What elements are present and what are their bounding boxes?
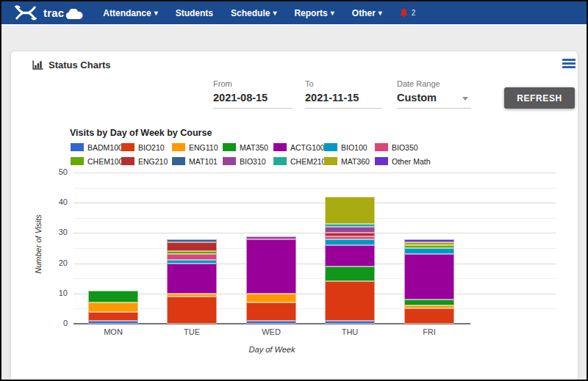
bar-segment-thu-actg100[interactable]: [325, 245, 375, 266]
bar-segment-fri-mat350[interactable]: [404, 300, 454, 305]
legend-label: BIO310: [240, 157, 266, 166]
nav-item-label: Attendance: [103, 8, 151, 18]
bar-segment-fri-chem100[interactable]: [404, 245, 454, 248]
nav-item-reports[interactable]: Reports▾: [285, 1, 343, 24]
bar-segment-tue-actg100[interactable]: [167, 264, 217, 294]
bar-segment-tue-eng210[interactable]: [167, 242, 217, 251]
to-date-input[interactable]: To 2021-11-15: [305, 79, 381, 109]
top-navbar: trac Attendance▾StudentsSchedule▾Reports…: [1, 1, 587, 26]
legend-swatch: [375, 157, 388, 165]
bar-segment-thu-bio350[interactable]: [325, 236, 375, 239]
gridline: [74, 294, 556, 294]
chart-legend: BADM100BIO210ENG110MAT350ACTG100BIO100BI…: [71, 140, 426, 168]
legend-label: CHEM210: [290, 157, 326, 166]
caret-down-icon: ▾: [379, 9, 382, 17]
cloud-icon: [65, 9, 84, 20]
bar-tue[interactable]: [167, 239, 217, 324]
legend-swatch: [273, 157, 287, 165]
bar-segment-mon-eng110[interactable]: [88, 302, 138, 312]
nav-item-label: Schedule: [231, 8, 270, 18]
legend-label: BIO350: [392, 143, 418, 152]
bar-segment-tue-bio100[interactable]: [167, 260, 217, 264]
legend-item-eng110: ENG110: [172, 140, 223, 154]
nav-item-attendance[interactable]: Attendance▾: [94, 1, 166, 24]
legend-swatch: [223, 143, 236, 151]
bar-segment-thu-badm100[interactable]: [325, 321, 375, 324]
plot-area: 01020304050MONTUEWEDTHUFRI: [74, 173, 556, 324]
x-tick-label: WED: [242, 327, 301, 336]
bar-fri[interactable]: [404, 239, 454, 324]
bar-segment-wed-eng110[interactable]: [246, 294, 296, 302]
bar-segment-mon-mat350[interactable]: [88, 291, 138, 302]
bar-segment-thu-bio310[interactable]: [325, 227, 375, 233]
notification-count: 2: [412, 9, 416, 17]
bar-segment-fri-other-math[interactable]: [404, 239, 454, 242]
y-tick-label: 50: [40, 167, 68, 176]
bar-segment-wed-actg100[interactable]: [246, 239, 296, 294]
legend-swatch: [324, 157, 337, 165]
gridline: [74, 248, 556, 249]
legend-item-mat101: MAT101: [172, 154, 223, 168]
x-tick-label: FRI: [400, 327, 459, 336]
from-date-input[interactable]: From 2021-08-15: [213, 79, 292, 109]
bar-segment-tue-bio210[interactable]: [167, 297, 217, 324]
bar-segment-wed-bio210[interactable]: [246, 302, 296, 321]
bar-segment-thu-mat360[interactable]: [325, 197, 375, 224]
bar-segment-tue-eng110[interactable]: [167, 294, 217, 297]
legend-swatch: [121, 157, 135, 165]
legend-item-bio310: BIO310: [223, 154, 273, 168]
caret-down-icon: ▾: [154, 9, 158, 17]
card-title: Status Charts: [49, 59, 111, 70]
from-value: 2021-08-15: [213, 92, 268, 104]
bar-segment-fri-actg100[interactable]: [404, 254, 454, 300]
bar-segment-tue-bio350[interactable]: [167, 254, 217, 260]
brand[interactable]: trac: [15, 4, 84, 21]
gridline: [74, 233, 556, 233]
x-tick-label: TUE: [162, 327, 221, 336]
bar-segment-thu-chem210[interactable]: [325, 224, 375, 227]
caret-down-icon: ▾: [331, 9, 334, 17]
bell-icon: [398, 7, 409, 18]
bar-segment-fri-bio100[interactable]: [404, 248, 454, 254]
legend-swatch: [121, 143, 135, 151]
bar-mon[interactable]: [88, 291, 138, 324]
legend-item-badm100: BADM100: [71, 140, 121, 154]
bar-segment-fri-eng110[interactable]: [404, 305, 454, 308]
legend-label: BADM100: [87, 143, 123, 152]
bar-segment-mon-bio210[interactable]: [88, 312, 138, 321]
bar-segment-wed-badm100[interactable]: [246, 321, 296, 324]
bar-segment-fri-mat360[interactable]: [404, 242, 454, 245]
hamburger-menu-icon[interactable]: [562, 59, 576, 70]
notifications[interactable]: 2: [398, 7, 416, 18]
nav-item-other[interactable]: Other▾: [343, 1, 391, 24]
nav-item-students[interactable]: Students: [167, 1, 222, 24]
refresh-button[interactable]: REFRESH: [504, 87, 575, 109]
date-range-select[interactable]: Date Range Custom: [397, 79, 471, 109]
card-header: Status Charts: [32, 59, 111, 70]
bar-segment-tue-chem100[interactable]: [167, 251, 217, 254]
bar-segment-thu-bio210[interactable]: [325, 281, 375, 321]
gridline: [74, 188, 556, 189]
x-tick-label: THU: [320, 327, 379, 336]
bar-segment-thu-mat350[interactable]: [325, 266, 375, 281]
legend-item-mat360: MAT360: [324, 154, 375, 168]
x-tick-label: MON: [84, 327, 143, 336]
legend-item-actg100: ACTG100: [273, 140, 324, 154]
legend-swatch: [273, 143, 287, 151]
legend-swatch: [71, 143, 84, 151]
bar-thu[interactable]: [325, 197, 375, 324]
bar-segment-thu-eng210[interactable]: [325, 233, 375, 236]
legend-label: ACTG100: [290, 143, 325, 152]
legend-label: CHEM100: [87, 157, 123, 166]
y-axis-title: Number of Visits: [34, 176, 44, 312]
bar-segment-fri-bio210[interactable]: [404, 308, 454, 324]
bar-segment-mon-badm100[interactable]: [88, 321, 138, 324]
legend-label: Other Math: [392, 157, 431, 166]
bar-segment-thu-bio100[interactable]: [325, 239, 375, 245]
date-range-label: Date Range: [397, 79, 471, 88]
nav-item-schedule[interactable]: Schedule▾: [222, 1, 285, 24]
bar-segment-wed-bio310[interactable]: [246, 236, 296, 239]
bar-wed[interactable]: [246, 236, 296, 324]
bar-chart-icon: [32, 60, 43, 70]
bar-segment-tue-mat101[interactable]: [167, 239, 217, 242]
